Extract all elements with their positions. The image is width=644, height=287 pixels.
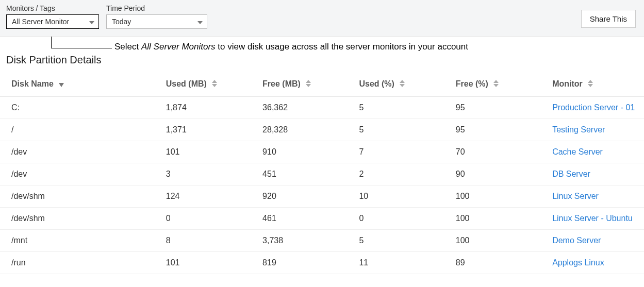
cell-used-pct: 5 xyxy=(348,119,444,141)
col-label: Used (MB) xyxy=(166,79,207,88)
monitors-filter: Monitors / Tags All Server Monitor xyxy=(6,4,99,29)
cell-monitor: Testing Server xyxy=(541,119,644,141)
cell-used-mb: 1,371 xyxy=(155,119,251,141)
monitor-link[interactable]: Production Server - 01 xyxy=(552,103,635,112)
sort-both-icon xyxy=(588,80,593,89)
col-header-disk[interactable]: Disk Name xyxy=(0,72,155,96)
filter-bar: Monitors / Tags All Server Monitor Time … xyxy=(0,0,644,37)
cell-free-mb: 819 xyxy=(251,251,348,274)
cell-free-pct: 70 xyxy=(444,141,541,163)
col-header-used-mb[interactable]: Used (MB) xyxy=(155,72,251,96)
callout-line-vertical xyxy=(51,37,52,48)
cell-free-mb: 3,738 xyxy=(251,229,348,251)
table-row: /dev101910770Cache Server xyxy=(0,141,644,163)
chevron-down-icon xyxy=(197,18,203,26)
sort-both-icon xyxy=(493,80,499,89)
callout-line-horizontal xyxy=(51,48,112,48)
cell-used-mb: 8 xyxy=(155,229,251,251)
cell-free-pct: 95 xyxy=(444,96,541,119)
table-row: /mnt83,7385100Demo Server xyxy=(0,229,644,251)
cell-free-mb: 461 xyxy=(251,207,348,229)
cell-disk: /dev xyxy=(0,163,155,185)
time-dropdown-value: Today xyxy=(112,18,131,26)
cell-used-mb: 0 xyxy=(155,207,251,229)
time-dropdown[interactable]: Today xyxy=(106,14,207,29)
monitor-link[interactable]: Cache Server xyxy=(552,147,603,156)
monitors-filter-label: Monitors / Tags xyxy=(6,4,99,12)
table-row: C:1,87436,362595Production Server - 01 xyxy=(0,96,644,119)
cell-disk: /dev/shm xyxy=(0,185,155,207)
cell-monitor: Production Server - 01 xyxy=(541,96,644,119)
cell-free-mb: 920 xyxy=(251,185,348,207)
col-header-monitor[interactable]: Monitor xyxy=(541,72,644,96)
cell-free-pct: 90 xyxy=(444,163,541,185)
cell-free-mb: 451 xyxy=(251,163,348,185)
col-label: Monitor xyxy=(552,79,583,88)
annotation-callout: Select All Server Monitors to view disk … xyxy=(0,37,644,51)
cell-used-pct: 11 xyxy=(348,251,444,274)
cell-free-pct: 89 xyxy=(444,251,541,274)
callout-suffix: to view disk usage across all the server… xyxy=(216,42,468,52)
cell-free-pct: 100 xyxy=(444,229,541,251)
monitor-link[interactable]: Linux Server - Ubuntu xyxy=(552,214,633,223)
cell-monitor: Demo Server xyxy=(541,229,644,251)
disk-table: Disk Name Used (MB) Free (MB) Used (%) xyxy=(0,72,644,274)
callout-prefix: Select xyxy=(114,42,141,52)
col-label: Disk Name xyxy=(11,79,54,88)
cell-used-mb: 1,874 xyxy=(155,96,251,119)
cell-monitor: Cache Server xyxy=(541,141,644,163)
col-header-free-pct[interactable]: Free (%) xyxy=(444,72,541,96)
cell-used-pct: 0 xyxy=(348,207,444,229)
cell-free-pct: 100 xyxy=(444,185,541,207)
cell-free-pct: 100 xyxy=(444,207,541,229)
table-row: /1,37128,328595Testing Server xyxy=(0,119,644,141)
cell-used-mb: 3 xyxy=(155,163,251,185)
monitor-link[interactable]: DB Server xyxy=(552,170,590,178)
table-row: /dev/shm04610100Linux Server - Ubuntu xyxy=(0,207,644,229)
cell-used-pct: 5 xyxy=(348,96,444,119)
cell-disk: /run xyxy=(0,251,155,274)
monitors-dropdown-value: All Server Monitor xyxy=(12,18,69,26)
cell-disk: C: xyxy=(0,96,155,119)
cell-used-pct: 2 xyxy=(348,163,444,185)
cell-monitor: Linux Server xyxy=(541,185,644,207)
callout-emph: All Server Monitors xyxy=(141,42,216,52)
time-filter: Time Period Today xyxy=(106,4,207,29)
sort-both-icon xyxy=(212,80,217,89)
chevron-down-icon xyxy=(89,18,94,26)
monitor-link[interactable]: Applogs Linux xyxy=(552,258,604,267)
share-button[interactable]: Share This xyxy=(581,10,636,28)
cell-used-mb: 101 xyxy=(155,251,251,274)
table-row: /dev/shm12492010100Linux Server xyxy=(0,185,644,207)
table-row: /dev3451290DB Server xyxy=(0,163,644,185)
col-header-used-pct[interactable]: Used (%) xyxy=(348,72,444,96)
col-header-free-mb[interactable]: Free (MB) xyxy=(251,72,348,96)
cell-disk: /dev xyxy=(0,141,155,163)
sort-both-icon xyxy=(306,80,311,89)
cell-free-pct: 95 xyxy=(444,119,541,141)
section-title: Disk Partition Details xyxy=(6,54,644,66)
sort-desc-icon xyxy=(59,80,64,89)
monitors-dropdown[interactable]: All Server Monitor xyxy=(6,14,99,29)
cell-monitor: DB Server xyxy=(541,163,644,185)
cell-used-pct: 7 xyxy=(348,141,444,163)
callout-text: Select All Server Monitors to view disk … xyxy=(114,42,468,52)
sort-both-icon xyxy=(400,80,405,89)
cell-free-mb: 28,328 xyxy=(251,119,348,141)
cell-disk: /mnt xyxy=(0,229,155,251)
table-row: /run1018191189Applogs Linux xyxy=(0,251,644,274)
cell-used-pct: 10 xyxy=(348,185,444,207)
time-filter-label: Time Period xyxy=(106,4,207,12)
cell-used-pct: 5 xyxy=(348,229,444,251)
cell-free-mb: 36,362 xyxy=(251,96,348,119)
monitor-link[interactable]: Linux Server xyxy=(552,192,599,200)
cell-free-mb: 910 xyxy=(251,141,348,163)
cell-monitor: Applogs Linux xyxy=(541,251,644,274)
cell-monitor: Linux Server - Ubuntu xyxy=(541,207,644,229)
cell-disk: /dev/shm xyxy=(0,207,155,229)
monitor-link[interactable]: Testing Server xyxy=(552,125,605,134)
cell-used-mb: 124 xyxy=(155,185,251,207)
monitor-link[interactable]: Demo Server xyxy=(552,236,601,245)
col-label: Free (MB) xyxy=(262,79,301,88)
cell-disk: / xyxy=(0,119,155,141)
